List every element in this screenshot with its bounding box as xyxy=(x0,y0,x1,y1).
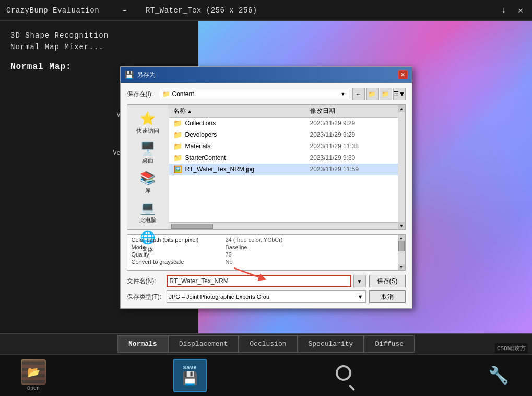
open-button[interactable]: 📂 Open xyxy=(21,359,46,391)
vertical-scrollbar[interactable]: ▲ ▼ xyxy=(398,105,405,229)
tab-occlusion[interactable]: Occlusion xyxy=(239,335,297,353)
desktop-label: 桌面 xyxy=(142,157,153,165)
filename-section: 文件名(N): ▼ 保存(S) 保存类型(T): JPG – Joint Pho… xyxy=(127,275,406,303)
file-name-materials: Materials xyxy=(185,143,310,150)
save-location-label: 保存在(I): xyxy=(127,90,156,99)
props-scroll-thumb[interactable] xyxy=(398,241,405,251)
normal-map-mixer-title: Normal Map Mixer... xyxy=(10,43,193,51)
cancel-button[interactable]: 取消 xyxy=(369,290,406,303)
desktop-item[interactable]: 🖥️ 桌面 xyxy=(129,139,166,167)
prop-grayscale-val: No xyxy=(226,259,233,265)
open-icon: 📂 xyxy=(21,359,46,385)
close-button[interactable]: ✕ xyxy=(515,5,526,16)
library-label: 库 xyxy=(145,187,151,194)
quick-access-icon: ⭐ xyxy=(140,111,156,126)
this-pc-item[interactable]: 💻 此电脑 xyxy=(129,199,166,226)
file-browser: ⭐ 快速访问 🖥️ 桌面 📚 库 💻 此电脑 xyxy=(127,104,406,230)
prop-quality-key: Quality xyxy=(132,251,226,258)
prop-color-depth-key: Color depth (bits per pixel) xyxy=(132,237,226,243)
filename-input-wrap: ▼ xyxy=(167,275,366,287)
bottom-toolbar: 📂 Open Save 💾 🔧 xyxy=(0,354,532,396)
filename-label: 文件名(N): xyxy=(127,277,163,286)
folder-icon: 📁 xyxy=(162,90,170,98)
folder-icon-startercontent: 📁 xyxy=(173,154,182,162)
dialog-title-text: 另存为 xyxy=(137,71,156,79)
app-name: CrazyBump Evaluation xyxy=(6,6,99,15)
dropdown-arrow: ▼ xyxy=(341,91,346,97)
scroll-up-arrow[interactable]: ▲ xyxy=(398,105,405,112)
open-label: Open xyxy=(27,386,40,391)
location-dropdown[interactable]: 📁 Content ▼ xyxy=(159,88,349,100)
search-button[interactable] xyxy=(334,363,359,388)
tab-diffuse[interactable]: Diffuse xyxy=(364,335,415,353)
up-folder-button[interactable]: 📁 xyxy=(366,88,379,100)
file-icon-rt-water: 🖼️ xyxy=(173,165,182,173)
save-button[interactable]: Save 💾 xyxy=(173,359,207,392)
file-item-collections[interactable]: 📁 Collections 2023/11/29 9:29 xyxy=(169,118,398,129)
scroll-thumb[interactable] xyxy=(171,224,213,229)
filename-input[interactable] xyxy=(167,275,351,287)
folder-icon-developers: 📁 xyxy=(173,131,182,139)
folder-icon-materials: 📁 xyxy=(173,142,182,150)
prop-mode: Mode Baseline xyxy=(132,244,394,250)
file-name-collections: Collections xyxy=(185,120,310,127)
prop-color-depth-val: 24 (True color, YCbCr) xyxy=(226,237,283,243)
file-item-developers[interactable]: 📁 Developers 2023/11/29 9:29 xyxy=(169,129,398,141)
view-button[interactable]: ☰▼ xyxy=(393,88,406,100)
prop-mode-key: Mode xyxy=(132,244,226,250)
this-pc-icon: 💻 xyxy=(140,201,156,215)
props-scroll-up[interactable]: ▲ xyxy=(398,235,405,241)
quick-access-item[interactable]: ⭐ 快速访问 xyxy=(129,109,166,137)
props-scrollbar[interactable]: ▲ ▼ xyxy=(398,235,405,270)
file-date-startercontent: 2023/11/29 9:30 xyxy=(310,154,394,161)
file-date-collections: 2023/11/29 9:29 xyxy=(310,120,394,127)
tools-icon: 🔧 xyxy=(486,363,511,388)
filename-dropdown-arrow[interactable]: ▼ xyxy=(353,275,366,287)
name-column-header[interactable]: 名称 ▲ xyxy=(173,107,310,115)
filetype-dropdown[interactable]: JPG – Joint Photographic Experts Grou ▼ xyxy=(167,290,366,303)
properties-area: Color depth (bits per pixel) 24 (True co… xyxy=(127,234,406,271)
file-date-developers: 2023/11/29 9:29 xyxy=(310,131,394,138)
library-icon: 📚 xyxy=(140,171,156,185)
filetype-label: 保存类型(T): xyxy=(127,293,163,301)
file-item-rt-water[interactable]: 🖼️ RT_Water_Tex_NRM.jpg 2023/11/29 11:59 xyxy=(169,164,398,175)
filetype-value: JPG – Joint Photographic Experts Grou xyxy=(169,294,270,300)
tabs-bar: Normals Displacement Occlusion Speculari… xyxy=(0,333,532,354)
filetype-row: 保存类型(T): JPG – Joint Photographic Expert… xyxy=(127,290,406,303)
dialog-body: 保存在(I): 📁 Content ▼ ← 📁 📁 ☰▼ xyxy=(121,83,412,308)
file-item-startercontent[interactable]: 📁 StarterContent 2023/11/29 9:30 xyxy=(169,152,398,164)
file-name-startercontent: StarterContent xyxy=(185,154,310,161)
props-content: Color depth (bits per pixel) 24 (True co… xyxy=(127,235,398,270)
file-name-rt-water: RT_Water_Tex_NRM.jpg xyxy=(185,166,310,173)
tools-button[interactable]: 🔧 xyxy=(486,363,511,388)
file-list-header: 名称 ▲ 修改日期 xyxy=(169,105,398,118)
file-date-rt-water: 2023/11/29 11:59 xyxy=(310,166,394,173)
tab-specularity[interactable]: Specularity xyxy=(298,335,364,353)
dialog-title-bar: 💾 另存为 ✕ xyxy=(121,67,412,83)
horizontal-scrollbar[interactable] xyxy=(169,222,398,229)
title-bar: CrazyBump Evaluation – RT_Water_Tex (256… xyxy=(0,0,532,21)
date-column-header[interactable]: 修改日期 xyxy=(310,107,394,115)
save-as-dialog: 💾 另存为 ✕ 保存在(I): 📁 Content ▼ ← 📁 📁 xyxy=(120,66,412,309)
quick-access-label: 快速访问 xyxy=(136,127,159,135)
file-item-materials[interactable]: 📁 Materials 2023/11/29 11:38 xyxy=(169,141,398,152)
dialog-close-button[interactable]: ✕ xyxy=(398,70,408,79)
prop-color-depth: Color depth (bits per pixel) 24 (True co… xyxy=(132,237,394,243)
current-folder: Content xyxy=(172,90,194,98)
file-date-materials: 2023/11/29 11:38 xyxy=(310,143,394,150)
minimize-button[interactable]: ↓ xyxy=(499,6,509,15)
props-scroll-down[interactable]: ▼ xyxy=(398,264,405,270)
new-folder-button[interactable]: 📁 xyxy=(380,88,392,100)
window-controls: ↓ ✕ xyxy=(499,5,526,16)
tab-displacement[interactable]: Displacement xyxy=(168,335,239,353)
scroll-down-arrow[interactable]: ▼ xyxy=(398,222,405,229)
back-button[interactable]: ← xyxy=(352,88,365,100)
file-name-developers: Developers xyxy=(185,131,310,138)
folder-icon-collections: 📁 xyxy=(173,119,182,127)
prop-mode-val: Baseline xyxy=(226,244,247,250)
save-as-button[interactable]: 保存(S) xyxy=(369,275,406,287)
tab-normals[interactable]: Normals xyxy=(117,335,168,353)
library-item[interactable]: 📚 库 xyxy=(129,169,166,196)
file-list-area[interactable]: 名称 ▲ 修改日期 📁 Collections 2023/11/29 9:29 … xyxy=(169,105,398,222)
this-pc-label: 此电脑 xyxy=(139,216,157,224)
